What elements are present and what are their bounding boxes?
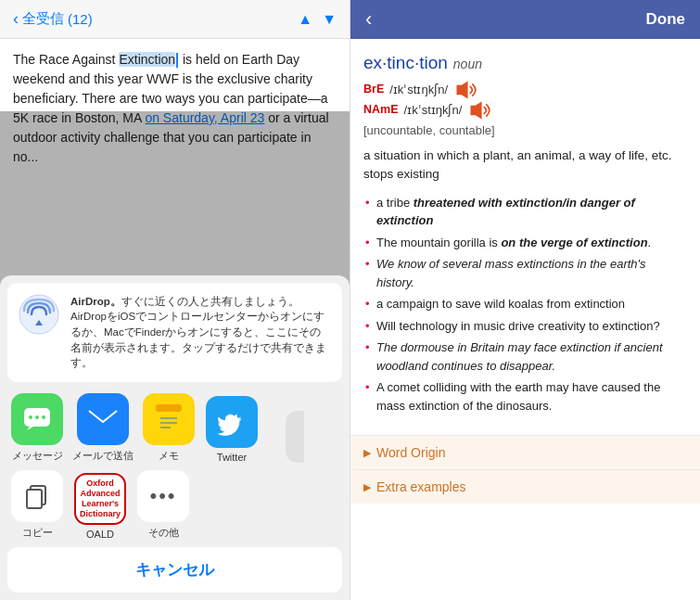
- email-nav-header: ‹ 全受信 (12) ▲ ▼: [0, 0, 350, 39]
- svg-marker-13: [456, 81, 467, 98]
- left-panel: ‹ 全受信 (12) ▲ ▼ The Race Against Extincti…: [0, 0, 350, 600]
- more-action-label: その他: [148, 526, 179, 540]
- mail-icon: [77, 393, 129, 445]
- email-text-before-highlight: The Race Against: [13, 52, 119, 67]
- oald-action-icon: OxfordAdvancedLearner'sDictionary: [74, 473, 126, 525]
- example-3: We know of several mass extinctions in t…: [363, 255, 687, 291]
- word-origin-section[interactable]: ▶ Word Origin: [350, 435, 700, 469]
- share-app-messages[interactable]: メッセージ: [9, 393, 65, 463]
- more-action-icon: •••: [137, 470, 189, 522]
- partial-app-icon: [286, 411, 304, 463]
- mail-app-label: メールで送信: [72, 449, 134, 463]
- airdrop-icon: [19, 294, 59, 335]
- svg-rect-12: [27, 490, 42, 508]
- share-app-twitter[interactable]: Twitter: [204, 396, 260, 463]
- airdrop-row[interactable]: AirDrop。AirDrop。すぐに近くの人と共有しましょう。すぐに近くの人と…: [7, 283, 342, 382]
- selected-text: Extinction: [119, 52, 175, 67]
- share-app-notes[interactable]: メモ: [141, 393, 197, 463]
- svg-point-3: [35, 415, 39, 419]
- countable-label: [uncountable, countable]: [363, 121, 687, 140]
- notes-app-label: メモ: [159, 449, 179, 463]
- headword: ex·tinc·tion: [363, 50, 448, 77]
- extra-examples-label: Extra examples: [376, 479, 465, 494]
- name-pronunciation: NAmE /ɪkˈstɪŋkʃn/: [363, 101, 687, 120]
- share-sheet: AirDrop。AirDrop。すぐに近くの人と共有しましょう。すぐに近くの人と…: [0, 275, 350, 600]
- action-more[interactable]: ••• その他: [135, 470, 191, 540]
- extra-examples-section[interactable]: ▶ Extra examples: [350, 469, 700, 504]
- bre-phonetics: /ɪkˈstɪŋkʃn/: [389, 81, 448, 99]
- inbox-label[interactable]: 全受信: [22, 10, 64, 28]
- down-arrow-icon[interactable]: ▼: [322, 11, 337, 28]
- messages-icon: [11, 393, 63, 445]
- example-6: The dormouse in Britain may face extinct…: [363, 338, 687, 375]
- svg-point-2: [29, 415, 32, 419]
- notes-icon: [143, 393, 195, 445]
- copy-action-label: コピー: [22, 526, 53, 540]
- messages-app-label: メッセージ: [12, 449, 63, 463]
- copy-action-icon: [11, 470, 63, 522]
- airdrop-body-text: AirDropをiOSでコントロールセンターからオンにするか、MacでFinde…: [70, 309, 331, 371]
- share-actions-row: コピー OxfordAdvancedLearner'sDictionary OA…: [0, 466, 350, 547]
- cancel-button[interactable]: キャンセル: [7, 547, 342, 593]
- svg-point-0: [19, 295, 58, 334]
- cursor-indicator: [176, 53, 178, 68]
- up-arrow-icon[interactable]: ▲: [298, 11, 312, 28]
- dict-back-button[interactable]: ‹: [365, 9, 372, 30]
- chevron-left-icon: ‹: [13, 9, 19, 29]
- action-oald[interactable]: OxfordAdvancedLearner'sDictionary OALD: [72, 473, 128, 540]
- done-button[interactable]: Done: [646, 10, 686, 29]
- word-origin-label: Word Origin: [376, 445, 445, 460]
- share-app-partial: [267, 411, 323, 463]
- oald-action-label: OALD: [86, 529, 114, 540]
- word-origin-triangle-icon: ▶: [363, 447, 371, 459]
- dictionary-content: ex·tinc·tion noun BrE /ɪkˈstɪŋkʃn/ NAmE …: [350, 39, 700, 435]
- bre-label: BrE: [363, 81, 384, 98]
- bre-sound-icon[interactable]: [453, 81, 477, 99]
- svg-point-4: [42, 415, 45, 419]
- action-copy[interactable]: コピー: [9, 470, 65, 540]
- right-panel: ‹ Done ex·tinc·tion noun BrE /ɪkˈstɪŋkʃn…: [350, 0, 700, 600]
- email-nav-arrows: ▲ ▼: [298, 11, 337, 28]
- definition-text: a situation in which a plant, an animal,…: [363, 147, 687, 185]
- svg-rect-7: [156, 404, 182, 412]
- share-overlay: AirDrop。AirDrop。すぐに近くの人と共有しましょう。すぐに近くの人と…: [0, 111, 350, 600]
- share-apps-row: メッセージ メールで送信: [0, 382, 350, 466]
- share-app-mail[interactable]: メールで送信: [72, 393, 134, 463]
- airdrop-title-text: AirDrop。AirDrop。すぐに近くの人と共有しましょう。すぐに近くの人と…: [70, 296, 299, 307]
- twitter-app-label: Twitter: [217, 452, 247, 463]
- name-label: NAmE: [363, 101, 399, 119]
- back-nav[interactable]: ‹ 全受信 (12): [13, 9, 93, 29]
- message-count-badge: (12): [68, 11, 93, 27]
- example-2: The mountain gorilla is on the verge of …: [363, 234, 687, 252]
- extra-examples-triangle-icon: ▶: [363, 481, 371, 493]
- example-4: a campaign to save wild koalas from exti…: [363, 295, 687, 313]
- part-of-speech: noun: [453, 55, 482, 74]
- name-sound-icon[interactable]: [467, 101, 491, 120]
- example-7: A comet colliding with the earth may hav…: [363, 378, 687, 415]
- example-1: a tribe threatened with extinction/in da…: [363, 194, 687, 230]
- word-header-line: ex·tinc·tion noun: [363, 50, 687, 77]
- example-5: Will technology in music drive creativit…: [363, 317, 687, 336]
- twitter-icon: [206, 396, 258, 448]
- examples-list: a tribe threatened with extinction/in da…: [363, 194, 687, 415]
- airdrop-description: AirDrop。AirDrop。すぐに近くの人と共有しましょう。すぐに近くの人と…: [70, 294, 331, 371]
- dictionary-header: ‹ Done: [350, 0, 700, 39]
- bre-pronunciation: BrE /ɪkˈstɪŋkʃn/: [363, 81, 687, 99]
- name-phonetics: /ɪkˈstɪŋkʃn/: [404, 101, 463, 120]
- svg-marker-14: [471, 101, 482, 119]
